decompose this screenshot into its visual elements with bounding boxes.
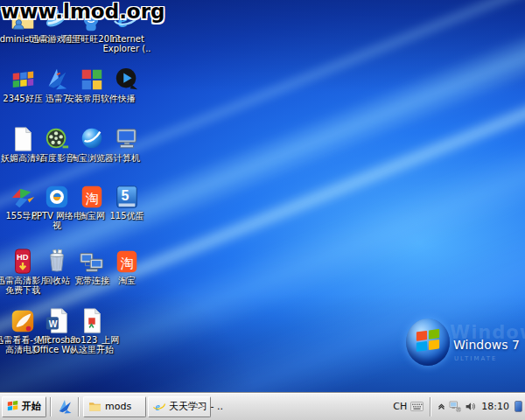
desktop-icon-taobao[interactable]: 淘 淘宝 <box>109 248 144 285</box>
desktop-icon-computer[interactable]: 计算机 <box>109 126 144 163</box>
taskbar: 开始 mods e 天天学习 - .. <box>0 392 525 420</box>
recycle-bin-icon <box>44 248 70 275</box>
desktop-icon-label: 计算机 <box>98 153 156 163</box>
taskbar-button-label: 天天学习 - .. <box>169 400 223 413</box>
desktop-icon-115udown[interactable]: 5 115优蛋 <box>109 184 144 220</box>
desktop-icon-label: hao123_上网 从这里开始 <box>63 335 121 354</box>
taobao-icon: 淘 <box>79 184 105 210</box>
watermark-text: www.lmod.org <box>1 0 164 23</box>
windows-orb-icon <box>406 318 450 366</box>
windows-flag-icon <box>7 401 18 412</box>
taobao-browser-icon <box>79 126 105 152</box>
hao123-icon <box>79 308 105 334</box>
desktop-icon-hao123[interactable]: hao123_上网 从这里开始 <box>74 308 109 354</box>
svg-text:HD: HD <box>17 253 29 262</box>
qvod-icon <box>114 66 140 93</box>
svg-text:5: 5 <box>121 188 129 203</box>
svg-text:W: W <box>49 319 58 329</box>
hidden-icons-chevron[interactable] <box>438 402 445 410</box>
desktop-icon-hd-movies[interactable]: HD 迅雷高清影片 免费下载 <box>5 248 40 295</box>
taskbar-button-mods[interactable]: mods <box>83 396 146 417</box>
start-label: 开始 <box>22 400 41 413</box>
svg-text:淘: 淘 <box>86 191 99 206</box>
clock[interactable]: 18:10 <box>481 401 509 412</box>
taobao-icon: 淘 <box>114 248 140 275</box>
desktop: Windows 7 Windows 7 ULTIMATE www.lmod.or… <box>0 0 525 420</box>
desktop-icon-qvod[interactable]: 快播 <box>109 66 144 103</box>
xunlei7-icon <box>44 66 70 93</box>
xunlei-kankan-icon <box>10 308 36 334</box>
windows7-brand-text: Windows 7 <box>453 338 520 352</box>
hd-movies-download-icon: HD <box>10 248 36 275</box>
desktop-icon-label: 快播 <box>98 94 156 103</box>
install-software-icon <box>79 66 105 93</box>
broadband-connection-icon <box>79 248 105 275</box>
svg-text:淘: 淘 <box>121 256 134 270</box>
computer-icon <box>114 126 140 152</box>
network-icon[interactable] <box>449 401 461 412</box>
volume-icon[interactable] <box>465 401 476 412</box>
start-button[interactable]: 开始 <box>2 396 46 417</box>
webpage-shortcut-icon <box>10 126 36 152</box>
155-nav-icon <box>10 184 36 210</box>
svg-text:e: e <box>155 401 160 413</box>
windows7-wallpaper-brand: Windows 7 Windows 7 ULTIMATE <box>404 317 522 378</box>
tray-separator <box>430 397 431 416</box>
pptv-icon <box>44 184 70 210</box>
quicklaunch-xunlei[interactable] <box>54 396 75 417</box>
taskbar-button-tiantian[interactable]: e 天天学习 - .. <box>148 396 211 417</box>
baidu-player-icon <box>44 126 70 152</box>
desktop-icon-label: 115优蛋 <box>98 211 156 220</box>
taskbar-separator <box>50 397 52 416</box>
windows7-brand-subtext: ULTIMATE <box>454 355 497 362</box>
desktop-icon-label: 淘宝 <box>98 276 156 285</box>
desktop-icon-pptv[interactable]: PPTV 网络电 视 <box>39 184 74 230</box>
ie-icon: e <box>153 401 165 413</box>
xunlei-bird-icon <box>56 398 74 416</box>
desktop-icon-label: Internet Explorer (.. <box>98 34 156 53</box>
word-icon: W <box>44 308 70 334</box>
keyboard-icon[interactable] <box>410 402 424 411</box>
taskbar-button-label: mods <box>105 401 131 412</box>
system-tray: CH <box>393 393 525 420</box>
ime-indicator[interactable]: CH <box>393 401 407 412</box>
2345-haoya-icon <box>10 66 36 93</box>
folder-icon <box>88 401 102 412</box>
show-desktop-button[interactable] <box>514 401 522 412</box>
taskbar-separator <box>78 397 80 416</box>
115-udown-icon: 5 <box>114 184 140 210</box>
